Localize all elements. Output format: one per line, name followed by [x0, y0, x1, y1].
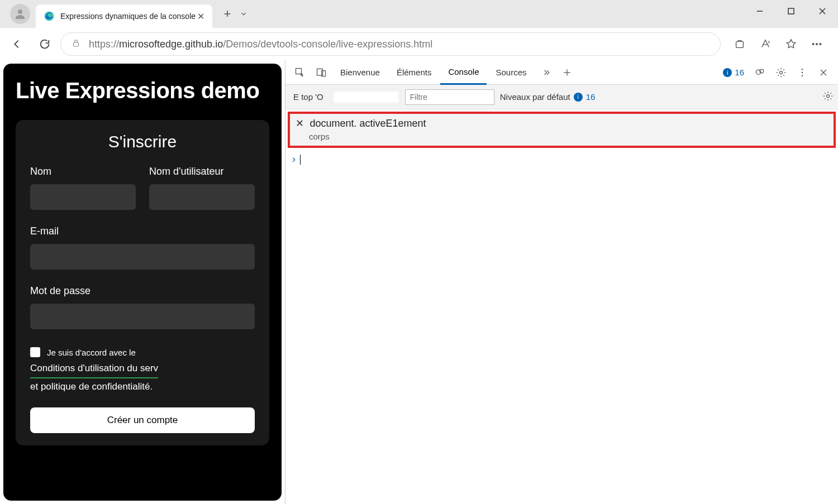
agree-checkbox[interactable]	[30, 347, 40, 357]
window-minimize-button[interactable]	[744, 0, 775, 22]
page-title: Live Expressions demo	[16, 78, 269, 103]
read-aloud-icon[interactable]	[753, 32, 778, 56]
username-label: Nom d'utilisateur	[149, 166, 255, 177]
tab-console[interactable]: Console	[440, 60, 487, 85]
window-maximize-button[interactable]	[775, 0, 807, 22]
password-label: Mot de passe	[30, 285, 255, 297]
devtools-tabbar: Bienvenue Éléments Console Sources i16	[285, 60, 838, 85]
svg-point-21	[802, 75, 803, 76]
console-settings-icon[interactable]	[822, 90, 834, 103]
window-close-button[interactable]	[807, 0, 838, 22]
live-expression-box[interactable]: ✕ document. activeE1ement corps	[288, 112, 836, 148]
form-heading: S'inscrire	[30, 132, 255, 151]
settings-gear-icon[interactable]	[771, 63, 791, 83]
devtools-close-icon[interactable]	[813, 63, 834, 83]
address-bar[interactable]: https://microsoftedge.github.io/Demos/de…	[60, 32, 721, 56]
tab-welcome[interactable]: Bienvenue	[332, 60, 388, 85]
add-tab-icon[interactable]	[557, 63, 577, 83]
favorite-icon[interactable]	[779, 32, 803, 56]
remove-expression-icon[interactable]: ✕	[296, 117, 304, 129]
email-input[interactable]	[30, 244, 255, 270]
tabs-dropdown-icon[interactable]	[237, 4, 250, 23]
console-context[interactable]: E top 'O	[290, 92, 327, 102]
username-input[interactable]	[149, 184, 255, 210]
email-label: E-mail	[30, 225, 255, 237]
svg-point-10	[820, 44, 821, 45]
signup-form: S'inscrire Nom Nom d'utilisateur E-mail	[16, 120, 269, 445]
window-titlebar: Expressions dynamiques de la console ✕ +	[0, 0, 838, 28]
svg-rect-6	[74, 42, 79, 46]
url-text: https://microsoftedge.github.io/Demos/de…	[89, 39, 432, 50]
log-levels-dropdown[interactable]: Niveaux par défaut i 16	[500, 92, 596, 102]
page-viewport: Live Expressions demo S'inscrire Nom Nom…	[0, 60, 285, 504]
issues-badge[interactable]: i16	[718, 68, 749, 77]
browser-tab[interactable]: Expressions dynamiques de la console ✕	[36, 4, 212, 28]
edge-favicon-icon	[44, 11, 55, 22]
context-dropdown[interactable]	[332, 90, 399, 104]
feedback-icon[interactable]	[750, 63, 770, 83]
more-tabs-icon[interactable]	[536, 63, 556, 83]
svg-point-0	[18, 9, 22, 14]
console-prompt[interactable]: ›	[285, 148, 838, 171]
agree-text-rest: et politique de confidentialité.	[30, 378, 153, 396]
devtools-panel: Bienvenue Éléments Console Sources i16 E…	[285, 60, 838, 504]
live-expression-text[interactable]: document. activeE1ement	[310, 118, 426, 129]
prompt-cursor	[300, 155, 301, 165]
password-input[interactable]	[30, 304, 255, 329]
create-account-button[interactable]: Créer un compte	[30, 407, 255, 433]
tab-elements[interactable]: Éléments	[389, 60, 440, 85]
inspect-element-icon[interactable]	[290, 63, 310, 83]
svg-point-8	[812, 44, 814, 45]
svg-point-20	[802, 71, 803, 73]
svg-rect-3	[788, 8, 794, 14]
svg-point-24	[827, 95, 830, 98]
refresh-button[interactable]	[32, 32, 57, 56]
svg-point-9	[816, 44, 818, 45]
app-available-icon[interactable]	[727, 32, 752, 56]
more-menu-icon[interactable]	[804, 32, 829, 56]
name-label: Nom	[30, 166, 136, 177]
lock-icon	[71, 38, 81, 51]
profile-icon[interactable]	[10, 4, 30, 24]
filter-input[interactable]	[405, 89, 494, 105]
terms-link[interactable]: Conditions d'utilisation du serv	[30, 360, 158, 378]
live-expression-value: corps	[309, 132, 828, 141]
device-toggle-icon[interactable]	[311, 63, 331, 83]
svg-point-18	[780, 71, 783, 74]
tab-sources[interactable]: Sources	[488, 60, 534, 85]
back-button[interactable]	[4, 32, 29, 56]
name-input[interactable]	[30, 184, 136, 210]
agree-text-prefix: Je suis d'accord avec le	[47, 345, 136, 360]
svg-point-19	[802, 68, 803, 70]
prompt-chevron-icon: ›	[292, 153, 296, 165]
devtools-menu-icon[interactable]	[792, 63, 812, 83]
tab-title: Expressions dynamiques de la console	[60, 12, 196, 21]
address-bar-row: https://microsoftedge.github.io/Demos/de…	[0, 28, 838, 60]
console-filter-bar: E top 'O Niveaux par défaut i 16	[285, 85, 838, 109]
new-tab-button[interactable]: +	[218, 4, 237, 23]
svg-rect-7	[736, 41, 744, 47]
tab-close-icon[interactable]: ✕	[196, 11, 206, 21]
